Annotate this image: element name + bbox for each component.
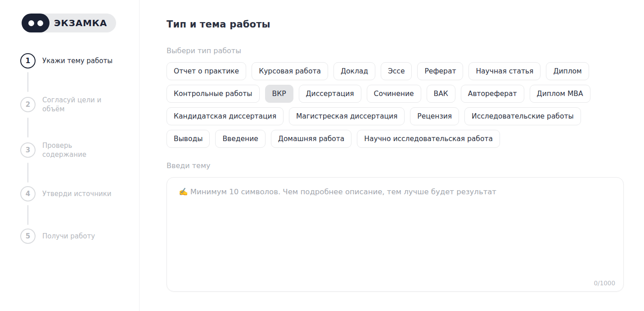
work-type-chip[interactable]: Курсовая работа — [252, 62, 328, 80]
work-type-chip[interactable]: Автореферат — [461, 85, 524, 103]
step-connector-line — [27, 72, 28, 92]
sidebar: ЭКЗАМКА 1 Укажи тему работы 2 Согласуй ц… — [0, 0, 140, 311]
work-type-chip[interactable]: Отчет о практике — [167, 62, 246, 80]
step-label: Укажи тему работы — [42, 56, 113, 65]
page-title: Тип и тема работы — [167, 19, 624, 30]
work-type-chip[interactable]: Доклад — [333, 62, 375, 80]
stepper-step: 3 Проверь содержание — [20, 141, 139, 160]
step-label: Проверь содержание — [42, 141, 117, 160]
work-type-chip[interactable]: Исследовательские работы — [464, 107, 581, 125]
stepper-step: 4 Утверди источники — [20, 186, 139, 201]
step-label: Согласуй цели и объём — [42, 96, 117, 114]
topic-label: Введи тему — [167, 161, 624, 170]
step-connector-line — [27, 118, 28, 137]
work-type-chip[interactable]: Сочинение — [367, 85, 421, 103]
work-type-chip[interactable]: ВАК — [427, 85, 455, 103]
stepper-step: 2 Согласуй цели и объём — [20, 96, 139, 114]
work-type-chip[interactable]: Диплом — [546, 62, 589, 80]
topic-input[interactable] — [167, 178, 623, 291]
work-type-chip[interactable]: Научная статья — [468, 62, 540, 80]
step-number: 4 — [20, 186, 36, 201]
step-connector-line — [27, 163, 28, 183]
step-number: 2 — [20, 97, 36, 112]
stepper-step: 5 Получи работу — [20, 229, 139, 244]
app: ЭКЗАМКА 1 Укажи тему работы 2 Согласуй ц… — [0, 0, 644, 311]
work-type-chip[interactable]: Кандидатская диссертация — [167, 107, 284, 125]
step-number: 5 — [20, 229, 36, 244]
work-type-chip[interactable]: Диплом MBA — [530, 85, 590, 103]
work-type-chips: Отчет о практике Курсовая работа Доклад … — [167, 62, 624, 148]
step-label: Получи работу — [42, 232, 95, 241]
char-counter: 0/1000 — [594, 279, 616, 287]
work-type-chip[interactable]: Реферат — [417, 62, 463, 80]
work-type-chip[interactable]: Эссе — [381, 62, 412, 80]
work-type-chip[interactable]: Научно исследовательская работа — [357, 130, 500, 148]
logo-mask-icon — [22, 14, 50, 32]
logo[interactable]: ЭКЗАМКА — [22, 14, 139, 32]
step-label: Утверди источники — [42, 189, 112, 198]
topic-input-wrap: 0/1000 — [167, 177, 624, 292]
logo-dot-icon — [28, 20, 34, 26]
stepper-step: 1 Укажи тему работы — [20, 53, 139, 69]
work-type-chip[interactable]: Рецензия — [410, 107, 459, 125]
work-type-chip[interactable]: Введение — [215, 130, 265, 148]
main-content: Тип и тема работы Выбери тип работы Отче… — [140, 0, 644, 311]
step-number: 1 — [20, 53, 36, 69]
stepper: 1 Укажи тему работы 2 Согласуй цели и об… — [20, 53, 139, 244]
logo-dot-icon — [37, 20, 43, 26]
work-type-chip[interactable]: Выводы — [167, 130, 210, 148]
work-type-chip[interactable]: Диссертация — [299, 85, 361, 103]
step-number: 3 — [20, 142, 36, 158]
work-type-chip[interactable]: Магистреская диссертация — [289, 107, 405, 125]
work-type-chip[interactable]: Домашняя работа — [271, 130, 352, 148]
work-type-label: Выбери тип работы — [167, 46, 624, 55]
work-type-chip[interactable]: Контрольные работы — [167, 85, 260, 103]
step-connector-line — [27, 205, 28, 225]
work-type-chip[interactable]: ВКР — [265, 85, 293, 103]
